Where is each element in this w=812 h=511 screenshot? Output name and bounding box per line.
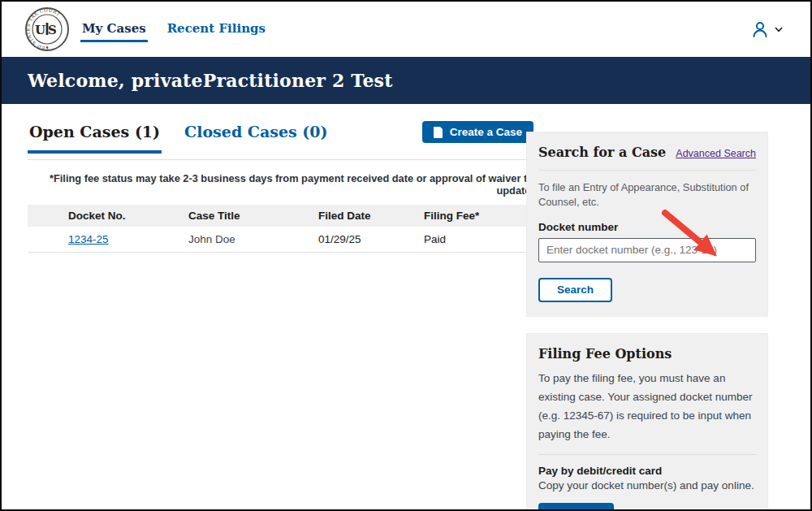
docket-number-label: Docket number bbox=[538, 221, 756, 233]
col-docket-no: Docket No. bbox=[28, 205, 162, 227]
open-cases-table: Docket No. Case Title Filed Date Filing … bbox=[28, 205, 533, 253]
chevron-down-icon bbox=[775, 27, 783, 32]
col-filed-date: Filed Date bbox=[292, 205, 398, 227]
filing-fee-title: Filing Fee Options bbox=[538, 346, 756, 362]
person-icon bbox=[750, 19, 770, 39]
tab-closed-cases[interactable]: Closed Cases (0) bbox=[183, 120, 329, 150]
main-content: Open Cases (1) Closed Cases (0) Create a… bbox=[2, 120, 810, 253]
top-header: UNITED STATES TAX COURT US ★ My Cases Re… bbox=[2, 2, 810, 57]
pay-card-heading: Pay by debit/credit card bbox=[538, 465, 756, 477]
us-tax-court-seal-icon: UNITED STATES TAX COURT US ★ bbox=[24, 6, 70, 52]
nav-my-cases[interactable]: My Cases bbox=[80, 16, 148, 42]
welcome-title: Welcome, privatePractitioner 2 Test bbox=[28, 70, 393, 91]
svg-text:★: ★ bbox=[45, 45, 50, 50]
cases-section: Open Cases (1) Closed Cases (0) Create a… bbox=[28, 120, 533, 253]
advanced-search-link[interactable]: Advanced Search bbox=[676, 148, 756, 159]
search-panel-title: Search for a Case bbox=[538, 145, 666, 160]
col-case-title: Case Title bbox=[162, 205, 292, 227]
table-header-row: Docket No. Case Title Filed Date Filing … bbox=[28, 205, 533, 227]
create-case-label: Create a Case bbox=[450, 126, 522, 138]
filing-fee-description: To pay the filing fee, you must have an … bbox=[538, 369, 756, 444]
welcome-banner: Welcome, privatePractitioner 2 Test bbox=[2, 57, 810, 104]
nav-recent-filings[interactable]: Recent Filings bbox=[166, 16, 267, 42]
filed-date-cell: 01/29/25 bbox=[292, 227, 398, 253]
filing-fee-panel: Filing Fee Options To pay the filing fee… bbox=[526, 333, 768, 511]
create-case-button[interactable]: Create a Case bbox=[422, 121, 533, 143]
document-icon bbox=[434, 127, 443, 138]
app-window: UNITED STATES TAX COURT US ★ My Cases Re… bbox=[0, 0, 812, 511]
pay-card-subtext: Copy your docket number(s) and pay onlin… bbox=[538, 479, 756, 492]
docket-number-link[interactable]: 1234-25 bbox=[68, 233, 109, 245]
main-nav: My Cases Recent Filings bbox=[80, 2, 285, 57]
filing-fee-note: *Filing fee status may take 2-3 business… bbox=[28, 172, 533, 197]
account-menu-button[interactable] bbox=[750, 19, 783, 39]
filing-fee-cell: Paid bbox=[398, 227, 533, 253]
col-filing-fee: Filing Fee* bbox=[398, 205, 533, 227]
table-row: 1234-25 John Doe 01/29/25 Paid bbox=[28, 227, 533, 253]
search-helper-text: To file an Entry of Appearance, Substitu… bbox=[538, 180, 756, 210]
search-button[interactable]: Search bbox=[538, 278, 612, 302]
search-case-panel: Search for a Case Advanced Search To fil… bbox=[526, 132, 768, 317]
case-title-cell: John Doe bbox=[162, 227, 292, 253]
docket-number-input[interactable] bbox=[538, 238, 756, 262]
tab-open-cases[interactable]: Open Cases (1) bbox=[28, 120, 162, 154]
pay-now-button[interactable]: Pay now bbox=[538, 503, 614, 511]
case-tabs: Open Cases (1) Closed Cases (0) Create a… bbox=[28, 120, 533, 160]
sidebar: Search for a Case Advanced Search To fil… bbox=[526, 132, 768, 511]
